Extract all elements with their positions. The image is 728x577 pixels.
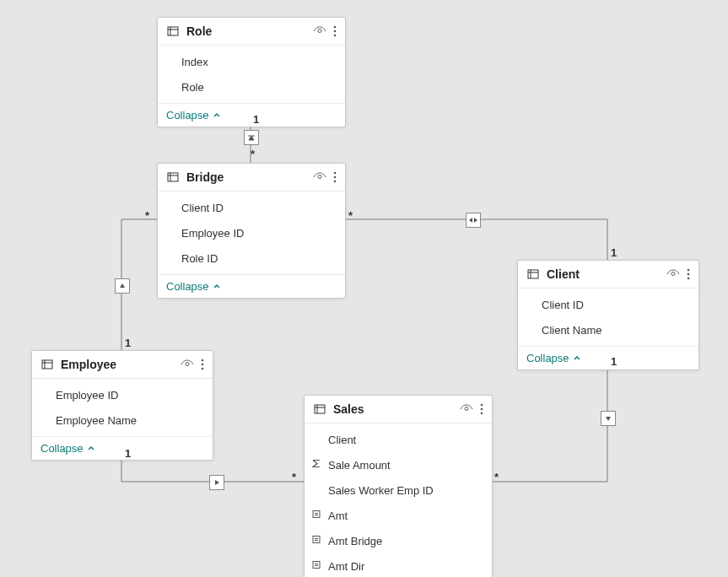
field-item[interactable]: Amt Bridge: [305, 528, 492, 553]
svg-rect-42: [313, 562, 320, 569]
svg-rect-29: [315, 405, 325, 413]
table-sales[interactable]: Sales Client Sale Amount Sales Worker Em…: [304, 395, 493, 577]
table-header[interactable]: Bridge: [158, 164, 345, 191]
table-header[interactable]: Employee: [32, 351, 213, 379]
cardinality-employee-one: 1: [125, 337, 131, 349]
field-item[interactable]: Sales Worker Emp ID: [305, 477, 492, 503]
table-icon: [313, 402, 326, 416]
field-item[interactable]: Role ID: [158, 245, 345, 271]
more-options-icon[interactable]: [333, 24, 337, 38]
svg-rect-36: [313, 511, 320, 518]
svg-point-21: [202, 368, 204, 370]
table-bridge[interactable]: Bridge Client ID Employee ID Role ID Col…: [157, 163, 346, 299]
chevron-up-icon: [213, 109, 221, 121]
field-item[interactable]: Employee ID: [32, 382, 213, 407]
table-title: Sales: [333, 402, 453, 416]
table-icon: [166, 24, 180, 38]
svg-point-5: [334, 26, 337, 29]
svg-point-19: [202, 359, 204, 362]
measure-icon: [311, 510, 321, 522]
cardinality-sales-client-many: *: [494, 471, 499, 483]
field-item[interactable]: Employee Name: [32, 407, 213, 433]
cardinality-bridge-many: *: [251, 148, 255, 160]
visibility-icon[interactable]: [666, 267, 680, 281]
svg-point-34: [481, 408, 483, 411]
table-client[interactable]: Client Client ID Client Name Collapse: [517, 260, 699, 370]
field-list: Employee ID Employee Name: [32, 379, 213, 437]
field-item[interactable]: Client: [305, 427, 492, 452]
field-item[interactable]: Client ID: [158, 195, 345, 220]
field-item[interactable]: Amt Dir: [305, 553, 492, 577]
svg-point-35: [481, 413, 483, 415]
measure-icon: [311, 535, 321, 547]
svg-point-28: [688, 278, 690, 280]
cardinality-employee-sales-one: 1: [125, 447, 131, 460]
svg-point-14: [334, 181, 337, 183]
field-list: Index Role: [158, 46, 345, 104]
filter-direction-client-sales[interactable]: [601, 411, 616, 426]
table-icon: [40, 358, 54, 371]
svg-point-6: [334, 30, 337, 33]
table-title: Role: [186, 24, 306, 38]
cardinality-client-one: 1: [611, 246, 617, 259]
field-item[interactable]: Role: [158, 74, 345, 100]
table-icon: [166, 170, 180, 184]
cardinality-bridge-client-many: *: [348, 209, 353, 222]
svg-point-12: [334, 172, 337, 175]
cardinality-role-one: 1: [253, 113, 259, 126]
visibility-icon[interactable]: [181, 358, 194, 371]
visibility-icon[interactable]: [460, 402, 473, 416]
measure-icon: [311, 560, 321, 573]
table-header[interactable]: Client: [518, 261, 698, 288]
field-list: Client Sale Amount Sales Worker Emp ID A…: [305, 423, 492, 577]
svg-point-27: [688, 273, 690, 276]
table-title: Bridge: [186, 170, 306, 184]
collapse-toggle[interactable]: Collapse: [518, 347, 698, 369]
field-item[interactable]: Index: [158, 49, 345, 74]
chevron-up-icon: [573, 352, 581, 364]
cardinality-bridge-employee-many: *: [145, 209, 149, 222]
svg-point-20: [202, 364, 204, 366]
more-options-icon[interactable]: [201, 358, 204, 371]
cardinality-client-sales-one: 1: [611, 355, 617, 368]
more-options-icon[interactable]: [687, 267, 690, 281]
table-title: Client: [547, 267, 660, 281]
filter-direction-employee-sales[interactable]: [209, 475, 224, 490]
table-title: Employee: [61, 358, 174, 371]
field-item[interactable]: Amt: [305, 503, 492, 528]
more-options-icon[interactable]: [333, 170, 337, 184]
filter-direction-bridge-client[interactable]: [466, 213, 481, 228]
svg-point-26: [688, 269, 690, 272]
table-icon: [526, 267, 540, 281]
field-item[interactable]: Client ID: [518, 292, 698, 317]
svg-point-13: [334, 176, 337, 179]
table-role[interactable]: Role Index Role Collapse: [157, 17, 346, 127]
table-employee[interactable]: Employee Employee ID Employee Name Colla…: [31, 350, 213, 461]
collapse-toggle[interactable]: Collapse: [158, 275, 345, 298]
table-header[interactable]: Sales: [305, 396, 492, 423]
svg-point-18: [186, 363, 189, 366]
svg-rect-15: [42, 360, 52, 369]
visibility-icon[interactable]: [313, 24, 326, 38]
field-item[interactable]: Client Name: [518, 317, 698, 342]
filter-direction-role-bridge[interactable]: [244, 130, 259, 145]
svg-rect-39: [313, 537, 320, 543]
sigma-icon: [311, 459, 321, 472]
chevron-up-icon: [213, 280, 221, 293]
collapse-toggle[interactable]: Collapse: [32, 437, 213, 460]
more-options-icon[interactable]: [480, 402, 483, 416]
field-list: Client ID Employee ID Role ID: [158, 191, 345, 275]
visibility-icon[interactable]: [313, 170, 326, 184]
field-item[interactable]: Employee ID: [158, 220, 345, 245]
svg-rect-8: [168, 173, 178, 181]
field-item[interactable]: Sale Amount: [305, 452, 492, 477]
filter-direction-bridge-employee[interactable]: [115, 278, 130, 294]
svg-rect-22: [528, 270, 538, 278]
collapse-toggle[interactable]: Collapse: [158, 104, 345, 127]
table-header[interactable]: Role: [158, 18, 345, 46]
svg-point-25: [671, 272, 675, 276]
field-list: Client ID Client Name: [518, 288, 698, 347]
svg-point-11: [318, 175, 321, 179]
cardinality-sales-employee-many: *: [292, 471, 296, 483]
svg-rect-1: [168, 27, 178, 35]
